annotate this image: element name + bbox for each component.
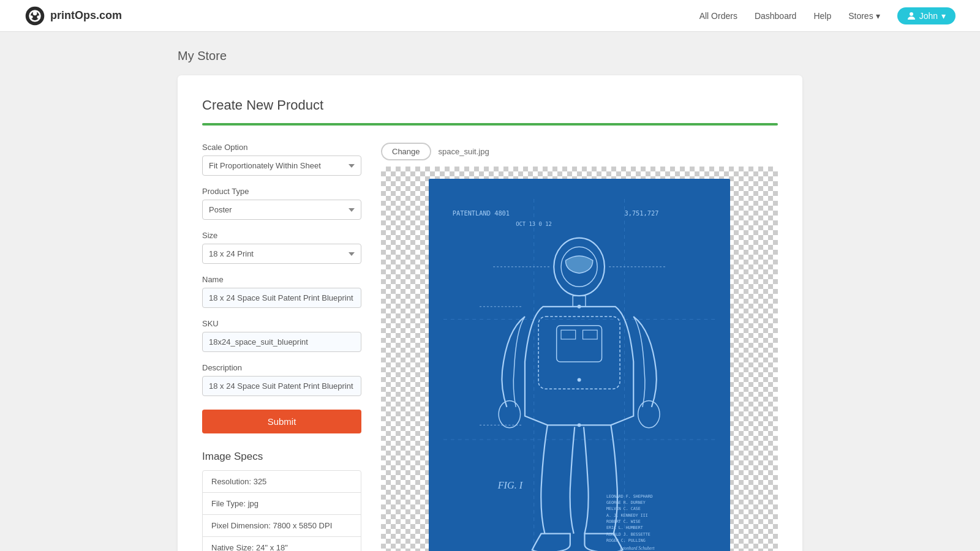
svg-point-39 <box>578 423 581 427</box>
svg-text:ERIC L. HUMBERT: ERIC L. HUMBERT <box>606 525 643 530</box>
name-input[interactable] <box>202 288 361 308</box>
sku-input[interactable] <box>202 332 361 352</box>
form-column: Scale Option Fit Proportionately Within … <box>202 143 361 551</box>
nav-user-button[interactable]: John ▾ <box>897 7 956 24</box>
description-input[interactable] <box>202 376 361 396</box>
product-type-group: Product Type Poster Canvas Framed Print <box>202 187 361 220</box>
progress-bar-fill <box>202 123 778 126</box>
size-select[interactable]: 18 x 24 Print 11 x 14 Print 24 x 36 Prin… <box>202 244 361 264</box>
user-icon <box>907 12 916 20</box>
svg-point-5 <box>910 12 913 16</box>
navbar: printOps.com All Orders Dashboard Help S… <box>0 0 980 32</box>
brand-logo[interactable]: printOps.com <box>24 6 122 26</box>
description-group: Description <box>202 363 361 396</box>
user-chevron-icon: ▾ <box>941 11 946 21</box>
svg-point-2 <box>33 11 37 15</box>
svg-point-3 <box>37 15 40 18</box>
name-group: Name <box>202 275 361 308</box>
chevron-down-icon: ▾ <box>876 11 880 21</box>
svg-point-38 <box>578 378 581 381</box>
svg-rect-6 <box>443 199 715 551</box>
svg-point-0 <box>26 6 45 25</box>
svg-text:OCT 13 0 12: OCT 13 0 12 <box>516 221 552 227</box>
image-specs-title: Image Specs <box>202 451 361 463</box>
svg-text:Leonhard Schubert: Leonhard Schubert <box>619 545 655 551</box>
svg-text:ROBERT C. WISE: ROBERT C. WISE <box>606 519 641 524</box>
description-label: Description <box>202 363 361 372</box>
nav-links: All Orders Dashboard Help Stores ▾ John … <box>699 7 956 24</box>
submit-button[interactable]: Submit <box>202 410 361 433</box>
nav-stores-button[interactable]: Stores ▾ <box>848 11 880 21</box>
blueprint-wrapper: PATENTLAND 4801 3,751,727 OCT 13 0 12 <box>429 179 730 551</box>
product-type-label: Product Type <box>202 187 361 196</box>
size-group: Size 18 x 24 Print 11 x 14 Print 24 x 36… <box>202 231 361 264</box>
spec-resolution: Resolution: 325 <box>203 471 361 493</box>
brand-name: printOps.com <box>50 9 122 22</box>
size-label: Size <box>202 231 361 240</box>
svg-point-4 <box>30 15 33 18</box>
specs-list: Resolution: 325 File Type: jpg Pixel Dim… <box>202 470 361 551</box>
scale-option-select[interactable]: Fit Proportionately Within Sheet Fit Pro… <box>202 156 361 176</box>
spec-filetype: File Type: jpg <box>203 493 361 515</box>
image-header: Change space_suit.jpg <box>381 143 778 160</box>
svg-text:LEONARD F. SHEPHARD: LEONARD F. SHEPHARD <box>606 493 653 498</box>
nav-help[interactable]: Help <box>813 11 831 21</box>
create-product-card: Create New Product Scale Option Fit Prop… <box>178 75 802 551</box>
sku-group: SKU <box>202 319 361 352</box>
form-image-layout: Scale Option Fit Proportionately Within … <box>202 143 778 551</box>
svg-text:MELVIN C. CASE: MELVIN C. CASE <box>606 506 641 511</box>
card-title: Create New Product <box>202 97 778 113</box>
svg-text:PATENTLAND 4801: PATENTLAND 4801 <box>453 209 510 216</box>
image-filename: space_suit.jpg <box>439 147 489 156</box>
spec-native-size: Native Size: 24" x 18" <box>203 537 361 551</box>
spec-pixel-dimension: Pixel Dimension: 7800 x 5850 DPI <box>203 515 361 537</box>
svg-text:FIG. I: FIG. I <box>497 480 524 491</box>
svg-text:GEORGE R. DURNEY: GEORGE R. DURNEY <box>606 500 646 505</box>
svg-text:ROGER C. PULLING: ROGER C. PULLING <box>606 538 646 543</box>
image-column: Change space_suit.jpg <box>381 143 778 551</box>
name-label: Name <box>202 275 361 284</box>
sku-label: SKU <box>202 319 361 328</box>
image-preview: PATENTLAND 4801 3,751,727 OCT 13 0 12 <box>381 167 778 551</box>
blueprint-svg: PATENTLAND 4801 3,751,727 OCT 13 0 12 <box>443 199 715 551</box>
nav-all-orders[interactable]: All Orders <box>699 11 737 21</box>
nav-dashboard[interactable]: Dashboard <box>755 11 797 21</box>
svg-text:A. J. KENNEDY III: A. J. KENNEDY III <box>606 512 648 517</box>
page-title: My Store <box>178 49 802 63</box>
brand-icon <box>24 6 45 26</box>
product-type-select[interactable]: Poster Canvas Framed Print <box>202 200 361 220</box>
progress-bar <box>202 123 778 126</box>
scale-option-group: Scale Option Fit Proportionately Within … <box>202 143 361 176</box>
svg-text:3,751,727: 3,751,727 <box>625 209 659 216</box>
scale-option-label: Scale Option <box>202 143 361 152</box>
page-content: My Store Create New Product Scale Option… <box>153 32 827 551</box>
svg-point-40 <box>578 305 581 309</box>
svg-text:RONALD J. BESSETTE: RONALD J. BESSETTE <box>606 531 650 536</box>
change-image-button[interactable]: Change <box>381 143 431 160</box>
blueprint-image: PATENTLAND 4801 3,751,727 OCT 13 0 12 <box>429 179 730 551</box>
